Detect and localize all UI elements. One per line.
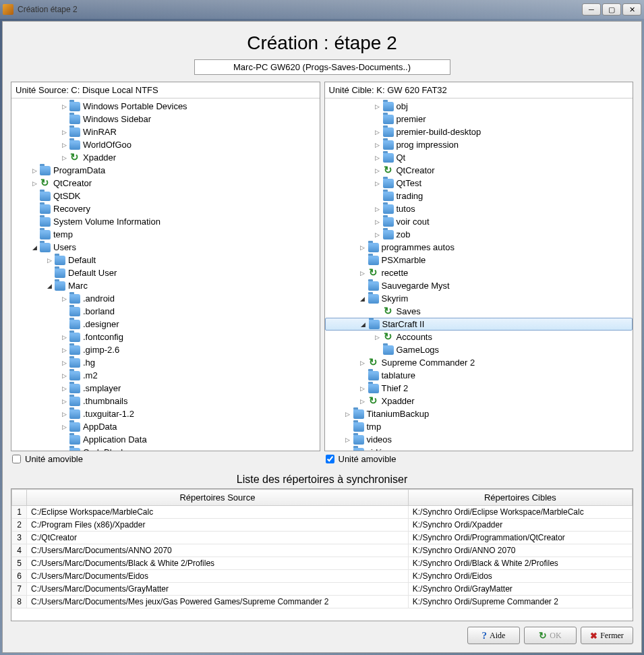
tree-item[interactable]: ▷TitaniumBackup	[325, 407, 633, 420]
source-path-cell[interactable]: C:/Users/Marc/Documents/Mes jeux/Gas Pow…	[27, 596, 409, 608]
tree-item[interactable]: ▷PSXmarble	[325, 254, 633, 266]
tree-item[interactable]: ▷QtTest	[325, 177, 633, 190]
collapse-icon[interactable]: ◢	[30, 244, 38, 252]
tree-item[interactable]: ▷vidéo	[325, 446, 633, 451]
target-path-cell[interactable]: K:/Synchro Ordi/Eidos	[408, 570, 632, 583]
maximize-button[interactable]: ▢	[602, 3, 621, 16]
expand-icon[interactable]: ▷	[60, 359, 68, 367]
source-path-cell[interactable]: C:/QtCreator	[27, 532, 409, 544]
expand-icon[interactable]: ▷	[45, 256, 53, 264]
collapse-icon[interactable]: ◢	[359, 295, 367, 303]
expand-icon[interactable]: ▷	[344, 410, 352, 418]
expand-icon[interactable]: ▷	[60, 385, 68, 393]
tree-item[interactable]: ▷Thief 2	[325, 382, 633, 395]
tree-item[interactable]: ▷.borland	[11, 305, 320, 318]
tree-item[interactable]: ▷Default User	[11, 266, 320, 279]
target-path-cell[interactable]: K:/Synchro Ordi/Eclipse Workspace/Marble…	[408, 506, 632, 519]
source-path-cell[interactable]: C:/Users/Marc/Documents/Black & White 2/…	[27, 557, 409, 570]
expand-icon[interactable]: ▷	[60, 103, 68, 111]
tree-item[interactable]: ▷WinRAR	[11, 125, 320, 138]
expand-icon[interactable]: ▷	[60, 449, 68, 451]
expand-icon[interactable]: ▷	[60, 295, 68, 303]
expand-icon[interactable]: ▷	[374, 218, 382, 226]
expand-icon[interactable]: ▷	[374, 154, 382, 162]
tree-item[interactable]: ▷Qt	[325, 151, 633, 164]
target-path-cell[interactable]: K:/Synchro Ordi/ANNO 2070	[408, 544, 632, 557]
tree-item[interactable]: ▷GameLogs	[325, 343, 633, 356]
source-pane-header[interactable]: Unité Source: C: Disque Local NTFS	[11, 82, 320, 98]
table-row[interactable]: 1C:/Eclipse Workspace/MarbleCalcK:/Synch…	[12, 506, 633, 519]
tree-item[interactable]: ▷WorldOfGoo	[11, 138, 320, 151]
tree-item[interactable]: ▷tutos	[325, 202, 633, 215]
help-button[interactable]: ? Aide	[467, 627, 520, 644]
expand-icon[interactable]: ▷	[374, 141, 382, 149]
tree-item[interactable]: ◢Skyrim	[325, 292, 633, 305]
tree-item[interactable]: ▷Sauvegarde Myst	[325, 279, 633, 292]
expand-icon[interactable]: ▷	[374, 179, 382, 188]
tree-item[interactable]: ▷.smplayer	[11, 382, 320, 395]
tree-item[interactable]: ▷programmes autos	[325, 241, 633, 254]
tree-item[interactable]: ◢StarCraft II	[325, 318, 633, 331]
sync-table-wrap[interactable]: Répertoires Source Répertoires Cibles 1C…	[11, 488, 633, 621]
tree-item[interactable]: ▷.designer	[11, 318, 320, 331]
source-removable-checkbox[interactable]	[12, 455, 21, 463]
expand-icon[interactable]: ▷	[60, 410, 68, 418]
expand-icon[interactable]: ▷	[30, 179, 38, 188]
tree-item[interactable]: ▷Windows Portable Devices	[11, 100, 320, 113]
ok-button[interactable]: ↻ OK	[524, 627, 577, 644]
tree-item[interactable]: ▷Supreme Commander 2	[325, 356, 633, 369]
tree-item[interactable]: ▷zob	[325, 228, 633, 241]
target-path-cell[interactable]: K:/Synchro Ordi/Supreme Commander 2	[408, 596, 632, 608]
expand-icon[interactable]: ▷	[344, 449, 352, 451]
tree-item[interactable]: ▷voir cout	[325, 215, 633, 228]
tree-item[interactable]: ▷.fontconfig	[11, 331, 320, 343]
expand-icon[interactable]: ▷	[60, 333, 68, 341]
target-path-cell[interactable]: K:/Synchro Ordi/Xpadder	[408, 519, 632, 532]
titlebar[interactable]: Création étape 2 ─ ▢ ✕	[0, 0, 644, 19]
expand-icon[interactable]: ▷	[359, 359, 367, 367]
expand-icon[interactable]: ▷	[374, 103, 382, 111]
collapse-icon[interactable]: ◢	[359, 320, 368, 329]
target-path-cell[interactable]: K:/Synchro Ordi/Programmation/QtCreator	[408, 532, 632, 544]
tree-item[interactable]: ▷.thumbnails	[11, 395, 320, 407]
target-path-cell[interactable]: K:/Synchro Ordi/GrayMatter	[408, 583, 632, 596]
tree-item[interactable]: ▷QtSDK	[11, 190, 320, 202]
tree-item[interactable]: ▷AppData	[11, 420, 320, 433]
expand-icon[interactable]: ▷	[60, 154, 68, 162]
collapse-icon[interactable]: ◢	[45, 282, 53, 290]
source-tree[interactable]: ▷Windows Portable Devices▷Windows Sideba…	[11, 98, 320, 451]
tree-item[interactable]: ▷QtCreator	[11, 177, 320, 190]
tree-item[interactable]: ◢Marc	[11, 279, 320, 292]
source-path-cell[interactable]: C:/Users/Marc/Documents/ANNO 2070	[27, 544, 409, 557]
expand-icon[interactable]: ▷	[60, 372, 68, 380]
tree-item[interactable]: ▷Default	[11, 254, 320, 266]
tree-item[interactable]: ▷Windows Sidebar	[11, 113, 320, 125]
minimize-button[interactable]: ─	[582, 3, 601, 16]
expand-icon[interactable]: ▷	[359, 385, 367, 393]
table-row[interactable]: 8C:/Users/Marc/Documents/Mes jeux/Gas Po…	[12, 596, 633, 608]
source-path-cell[interactable]: C:/Users/Marc/Documents/Eidos	[27, 570, 409, 583]
expand-icon[interactable]: ▷	[60, 141, 68, 149]
close-button[interactable]: ✕	[622, 3, 641, 16]
expand-icon[interactable]: ▷	[374, 205, 382, 213]
tree-item[interactable]: ▷prog impression	[325, 138, 633, 151]
expand-icon[interactable]: ▷	[344, 436, 352, 444]
tree-item[interactable]: ▷Recovery	[11, 202, 320, 215]
tree-item[interactable]: ▷recette	[325, 266, 633, 279]
expand-icon[interactable]: ▷	[359, 397, 367, 405]
source-path-cell[interactable]: C:/Users/Marc/Documents/GrayMatter	[27, 583, 409, 596]
target-removable-checkbox[interactable]	[326, 455, 334, 463]
expand-icon[interactable]: ▷	[60, 423, 68, 431]
tree-item[interactable]: ▷videos	[325, 433, 633, 446]
table-row[interactable]: 6C:/Users/Marc/Documents/EidosK:/Synchro…	[12, 570, 633, 583]
table-row[interactable]: 4C:/Users/Marc/Documents/ANNO 2070K:/Syn…	[12, 544, 633, 557]
expand-icon[interactable]: ▷	[30, 167, 38, 175]
tree-item[interactable]: ▷Accounts	[325, 331, 633, 343]
tree-item[interactable]: ▷premier-build-desktop	[325, 125, 633, 138]
expand-icon[interactable]: ▷	[374, 167, 382, 175]
table-row[interactable]: 7C:/Users/Marc/Documents/GrayMatterK:/Sy…	[12, 583, 633, 596]
expand-icon[interactable]: ▷	[60, 397, 68, 405]
expand-icon[interactable]: ▷	[359, 244, 367, 252]
tree-item[interactable]: ▷System Volume Information	[11, 215, 320, 228]
tree-item[interactable]: ▷ProgramData	[11, 164, 320, 177]
